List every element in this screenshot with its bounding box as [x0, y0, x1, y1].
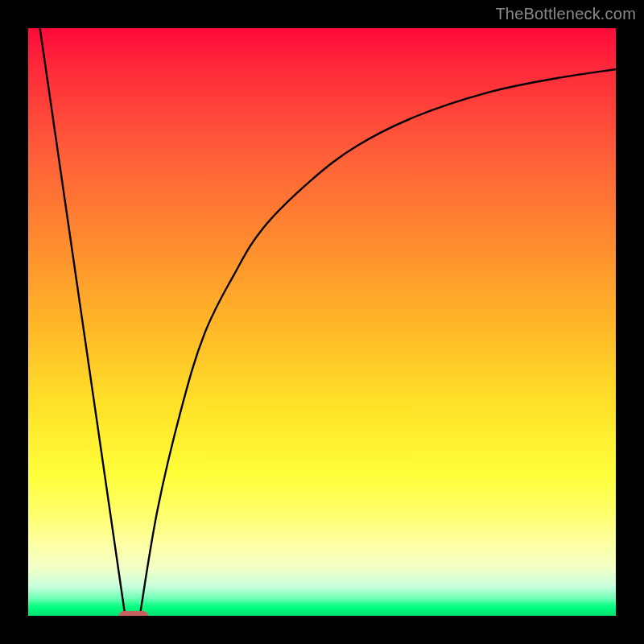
plot-area [28, 28, 616, 616]
chart-frame: TheBottleneck.com [0, 0, 644, 644]
watermark-text: TheBottleneck.com [495, 5, 636, 23]
curve-layer [28, 28, 616, 616]
curve-path [40, 28, 616, 616]
optimum-marker [119, 611, 148, 616]
